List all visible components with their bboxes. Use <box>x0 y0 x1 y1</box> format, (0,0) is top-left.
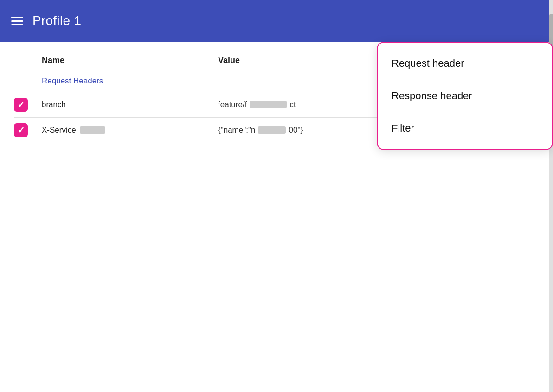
redacted-value-xservice <box>258 126 286 134</box>
dropdown-item-filter[interactable]: Filter <box>378 112 552 145</box>
value-prefix-xservice: {"name":"n <box>218 126 255 135</box>
value-suffix-xservice: 00"} <box>289 126 303 135</box>
redacted-name-xservice <box>80 126 105 134</box>
col-name-header: Name <box>42 56 218 65</box>
col-value-header: Value <box>218 56 240 65</box>
dropdown-menu: Request header Response header Filter <box>377 42 553 150</box>
checkbox-cell <box>14 123 42 137</box>
value-suffix-branch: ct <box>289 100 296 109</box>
name-text-xservice: X-Service <box>42 126 76 135</box>
cell-name-branch: branch <box>42 100 218 109</box>
checkbox-xservice[interactable] <box>14 123 28 137</box>
name-text-branch: branch <box>42 100 66 109</box>
checkbox-branch[interactable] <box>14 98 28 112</box>
app-header: Profile 1 <box>0 0 553 42</box>
dropdown-item-request-header[interactable]: Request header <box>378 47 552 80</box>
checkbox-cell <box>14 98 42 112</box>
main-content: Name Value Request Headers branch featur… <box>0 42 553 152</box>
hamburger-menu-icon[interactable] <box>11 17 23 25</box>
value-prefix-branch: feature/f <box>218 100 247 109</box>
page-title: Profile 1 <box>32 13 81 28</box>
dropdown-item-response-header[interactable]: Response header <box>378 80 552 112</box>
redacted-value-branch <box>250 101 287 108</box>
cell-name-xservice: X-Service <box>42 126 218 135</box>
